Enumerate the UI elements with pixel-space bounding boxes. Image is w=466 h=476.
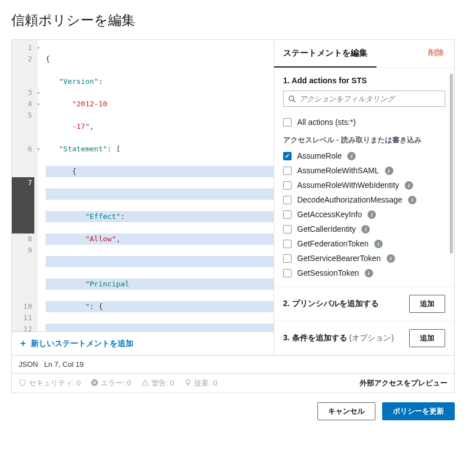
checkbox-label: GetCallerIdentity (297, 224, 356, 233)
page-title: 信頼ポリシーを編集 (11, 11, 455, 29)
code-pane: 1 2 3 4 5 6 7 8 9 10 11 12 { "Version": … (12, 40, 274, 355)
info-icon[interactable]: i (387, 254, 395, 263)
error-icon (91, 379, 98, 387)
checkbox-icon (283, 225, 292, 233)
checkbox-action-GetFederationToken[interactable]: GetFederationTokeni (283, 236, 445, 251)
checkbox-icon (283, 167, 292, 175)
checkbox-action-AssumeRoleWithSAML[interactable]: AssumeRoleWithSAMLi (283, 163, 445, 178)
checkbox-action-DecodeAuthorizationMessage[interactable]: DecodeAuthorizationMessagei (283, 192, 445, 207)
checkbox-label: GetServiceBearerToken (297, 254, 381, 263)
scrollbar-thumb[interactable] (450, 74, 453, 254)
access-level-header: アクセスレベル - 読み取りまたは書き込み (283, 135, 445, 145)
actions-panel: 1. Add actions for STS All actions (sts:… (274, 68, 454, 286)
delete-statement-link[interactable]: 削除 (418, 40, 454, 68)
checkbox-icon (283, 152, 292, 160)
issues-bar: セキュリティ: 0 エラー: 0 警告: 0 提案: 0 外部アクセスをプレビュ… (12, 373, 454, 393)
info-icon[interactable]: i (374, 240, 383, 248)
status-cursor-position: Ln 7, Col 19 (44, 360, 84, 369)
action-filter[interactable] (283, 91, 445, 107)
checkbox-action-GetServiceBearerToken[interactable]: GetServiceBearerTokeni (283, 251, 445, 266)
info-icon[interactable]: i (365, 269, 373, 277)
cancel-button[interactable]: キャンセル (317, 402, 375, 420)
info-icon[interactable]: i (361, 225, 370, 233)
checkbox-label: GetAccessKeyInfo (297, 210, 362, 219)
line-gutter: 1 2 3 4 5 6 7 8 9 10 11 12 (12, 40, 38, 331)
checkbox-label: GetFederationToken (297, 239, 369, 248)
checkbox-icon (283, 254, 292, 263)
add-principal-button[interactable]: 追加 (409, 295, 445, 313)
editor-status-bar: JSON Ln 7, Col 19 (12, 355, 454, 373)
checkbox-icon (283, 240, 292, 248)
search-icon (288, 95, 296, 103)
checkbox-action-GetAccessKeyInfo[interactable]: GetAccessKeyInfoi (283, 207, 445, 222)
plus-icon: ＋ (19, 338, 28, 349)
section-principal: 2. プリンシパルを追加する 追加 (274, 286, 454, 321)
svg-point-1 (186, 380, 190, 384)
status-mode: JSON (19, 360, 38, 369)
security-count: セキュリティ: 0 (19, 378, 80, 388)
checkbox-label: All actions (sts:*) (297, 118, 356, 127)
preview-external-access-link[interactable]: 外部アクセスをプレビュー (360, 378, 447, 388)
policy-editor: 1 2 3 4 5 6 7 8 9 10 11 12 { "Version": … (11, 39, 455, 393)
lightbulb-icon (184, 379, 192, 387)
warning-count: 警告: 0 (141, 378, 174, 388)
checkbox-icon (283, 196, 292, 204)
checkbox-label: AssumeRoleWithSAML (297, 166, 379, 175)
checkbox-icon (283, 269, 292, 277)
checkbox-action-AssumeRole[interactable]: AssumeRolei (283, 149, 445, 163)
info-icon[interactable]: i (368, 210, 376, 219)
section-condition-title: 3. 条件を追加する (283, 333, 347, 342)
split-pane: 1 2 3 4 5 6 7 8 9 10 11 12 { "Version": … (12, 40, 454, 355)
checkbox-action-GetSessionToken[interactable]: GetSessionTokeni (283, 266, 445, 280)
section-condition-optional: (オプション) (349, 333, 393, 342)
warning-icon (141, 379, 149, 387)
section-condition: 3. 条件を追加する (オプション) 追加 (274, 321, 454, 355)
statement-panel: ステートメントを編集 削除 1. Add actions for STS All… (274, 40, 454, 355)
shield-icon (19, 379, 26, 387)
suggestion-count: 提案: 0 (184, 378, 217, 388)
checkbox-label: AssumeRole (297, 151, 342, 160)
panel-tabs: ステートメントを編集 削除 (274, 40, 454, 68)
action-filter-input[interactable] (299, 95, 440, 103)
checkbox-label: DecodeAuthorizationMessage (297, 195, 402, 204)
add-statement-button[interactable]: ＋ 新しいステートメントを追加 (19, 338, 133, 349)
checkbox-icon (283, 181, 292, 190)
info-icon[interactable]: i (405, 181, 413, 190)
section-principal-title: 2. プリンシパルを追加する (283, 299, 379, 309)
code-editor[interactable]: 1 2 3 4 5 6 7 8 9 10 11 12 { "Version": … (12, 40, 274, 331)
checkbox-action-AssumeRoleWithWebIdentity[interactable]: AssumeRoleWithWebIdentityi (283, 178, 445, 192)
info-icon[interactable]: i (408, 196, 416, 204)
checkbox-action-GetCallerIdentity[interactable]: GetCallerIdentityi (283, 222, 445, 236)
add-condition-button[interactable]: 追加 (409, 329, 445, 347)
info-icon[interactable]: i (347, 152, 356, 160)
tab-edit-statement[interactable]: ステートメントを編集 (274, 40, 377, 68)
add-statement-bar: ＋ 新しいステートメントを追加 (12, 331, 274, 355)
code-body[interactable]: { "Version": "2012-10 -17", "Statement":… (38, 40, 274, 331)
add-statement-label: 新しいステートメントを追加 (31, 339, 133, 349)
checkbox-all-actions[interactable]: All actions (sts:*) (283, 115, 445, 129)
footer-actions: キャンセル ポリシーを更新 (11, 402, 455, 420)
actions-list: AssumeRoleiAssumeRoleWithSAMLiAssumeRole… (283, 149, 445, 280)
checkbox-icon (283, 118, 292, 127)
error-count: エラー: 0 (91, 378, 131, 388)
checkbox-label: GetSessionToken (297, 268, 359, 277)
checkbox-label: AssumeRoleWithWebIdentity (297, 181, 399, 190)
info-icon[interactable]: i (385, 167, 393, 175)
section-actions-title: 1. Add actions for STS (283, 76, 445, 85)
update-policy-button[interactable]: ポリシーを更新 (382, 402, 455, 420)
checkbox-icon (283, 210, 292, 219)
